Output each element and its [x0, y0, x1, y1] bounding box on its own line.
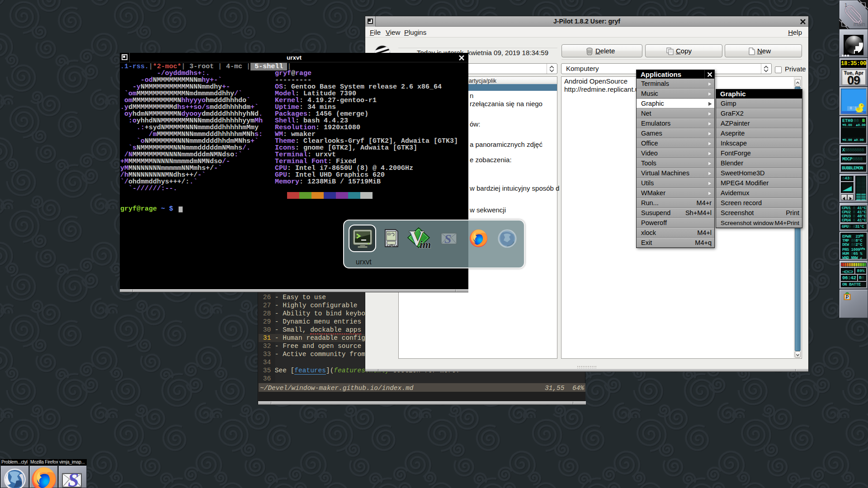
svg-text:S: S [444, 232, 452, 246]
svg-text:1: 1 [844, 2, 847, 8]
svg-text:im: im [420, 239, 431, 250]
svg-text:P: P [846, 294, 849, 300]
svg-text:S: S [68, 471, 79, 488]
svg-text:main: main [854, 21, 865, 28]
